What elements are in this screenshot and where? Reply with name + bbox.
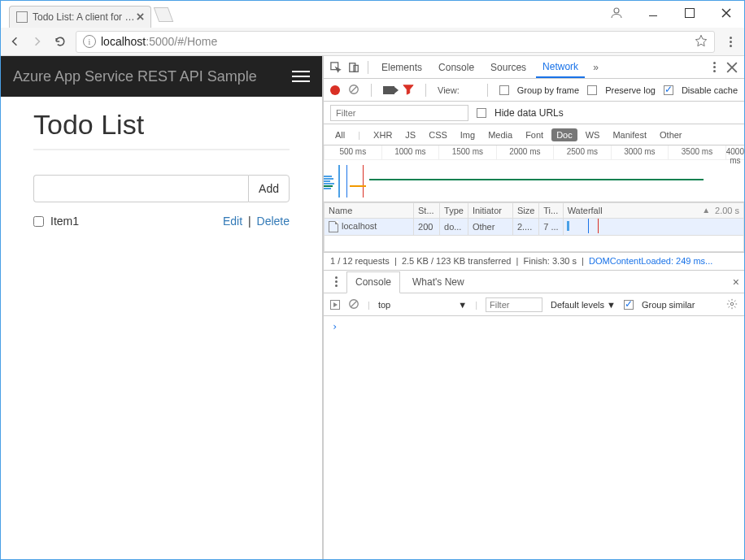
screenshot-icon[interactable] bbox=[383, 86, 394, 94]
type-ws[interactable]: WS bbox=[581, 128, 605, 141]
type-other[interactable]: Other bbox=[655, 128, 687, 141]
tab-elements[interactable]: Elements bbox=[375, 56, 429, 78]
record-button[interactable] bbox=[330, 85, 340, 95]
network-overview[interactable]: 500 ms 1000 ms 1500 ms 2000 ms 2500 ms 3… bbox=[324, 145, 744, 202]
console-filter-input[interactable] bbox=[486, 297, 542, 312]
browser-toolbar: i localhost:5000/#/Home bbox=[1, 28, 744, 56]
overview-request-bar bbox=[338, 165, 340, 198]
site-info-icon[interactable]: i bbox=[83, 35, 96, 48]
type-media[interactable]: Media bbox=[483, 128, 517, 141]
disable-cache-checkbox[interactable] bbox=[664, 85, 673, 95]
new-todo-input[interactable] bbox=[33, 175, 248, 202]
network-request-table: Name St... Type Initiator Size Ti... Wat… bbox=[324, 202, 744, 253]
drawer-menu-button[interactable] bbox=[329, 276, 343, 287]
back-button[interactable] bbox=[7, 34, 22, 49]
col-size[interactable]: Size bbox=[512, 203, 538, 219]
drawer-close-icon[interactable]: × bbox=[733, 276, 739, 289]
col-time[interactable]: Ti... bbox=[539, 203, 563, 219]
device-toolbar-icon[interactable] bbox=[346, 60, 361, 75]
svg-point-12 bbox=[730, 302, 734, 306]
col-status[interactable]: St... bbox=[414, 203, 440, 219]
console-settings-icon[interactable] bbox=[726, 298, 738, 311]
close-tab-icon[interactable] bbox=[137, 11, 144, 23]
drawer-tab-console[interactable]: Console bbox=[346, 271, 400, 293]
view-label: View: bbox=[438, 85, 460, 95]
app-navbar: Azure App Service REST API Sample bbox=[1, 56, 322, 97]
drawer-tabbar: Console What's New × bbox=[324, 271, 744, 293]
group-similar-label: Group similar bbox=[642, 300, 695, 310]
inspect-element-icon[interactable] bbox=[329, 60, 343, 75]
request-type-filter: All | XHR JS CSS Img Media Font Doc WS M… bbox=[324, 124, 744, 145]
page-viewport: Azure App Service REST API Sample Todo L… bbox=[1, 56, 322, 559]
chrome-profile-icon[interactable] bbox=[598, 1, 634, 25]
context-selector[interactable]: top ▼ bbox=[378, 300, 467, 310]
forward-button[interactable] bbox=[30, 34, 45, 49]
browser-tab[interactable]: Todo List: A client for sample bbox=[9, 6, 151, 28]
type-doc[interactable]: Doc bbox=[551, 128, 577, 141]
type-xhr[interactable]: XHR bbox=[368, 128, 397, 141]
chrome-menu-button[interactable] bbox=[723, 37, 738, 47]
log-levels-selector[interactable]: Default levels ▼ bbox=[551, 300, 616, 310]
group-similar-checkbox[interactable] bbox=[624, 300, 634, 310]
preserve-log-label: Preserve log bbox=[605, 85, 656, 95]
group-by-frame-label: Group by frame bbox=[517, 85, 579, 95]
more-tabs-icon[interactable]: » bbox=[593, 62, 599, 73]
new-tab-button[interactable] bbox=[156, 7, 174, 25]
tab-network[interactable]: Network bbox=[536, 56, 585, 78]
dcl-marker bbox=[346, 165, 347, 198]
tab-sources[interactable]: Sources bbox=[484, 56, 533, 78]
page-icon bbox=[16, 11, 28, 23]
preserve-log-checkbox[interactable] bbox=[587, 85, 597, 95]
reload-button[interactable] bbox=[53, 34, 68, 49]
add-button[interactable]: Add bbox=[248, 175, 290, 202]
hide-data-urls-checkbox[interactable] bbox=[477, 108, 486, 118]
delete-link[interactable]: Delete bbox=[257, 215, 290, 228]
request-row[interactable]: localhost 200 do... Other 2.... 7 ... bbox=[325, 219, 744, 236]
type-img[interactable]: Img bbox=[455, 128, 480, 141]
address-bar[interactable]: i localhost:5000/#/Home bbox=[76, 31, 715, 53]
clear-button[interactable] bbox=[348, 84, 359, 97]
col-waterfall[interactable]: Waterfall 2.00 s ▲ bbox=[563, 203, 743, 219]
edit-link[interactable]: Edit bbox=[223, 215, 242, 228]
execution-context-icon[interactable] bbox=[330, 300, 340, 310]
type-css[interactable]: CSS bbox=[424, 128, 452, 141]
network-toolbar: View: Group by frame Preserve log Disabl… bbox=[324, 79, 744, 102]
app-brand: Azure App Service REST API Sample bbox=[13, 68, 257, 85]
console-input[interactable] bbox=[324, 316, 744, 559]
svg-rect-2 bbox=[350, 63, 355, 72]
col-initiator[interactable]: Initiator bbox=[468, 203, 512, 219]
console-toolbar: | top ▼ | Default levels ▼ Group similar bbox=[324, 293, 744, 316]
drawer-tab-whatsnew[interactable]: What's New bbox=[403, 271, 473, 293]
bookmark-star-icon[interactable] bbox=[695, 34, 708, 50]
window-close-button[interactable] bbox=[708, 1, 744, 25]
console-clear-button[interactable] bbox=[348, 298, 359, 311]
devtools-panel: Elements Console Sources Network » View:… bbox=[322, 56, 744, 559]
todo-item: Item1 Edit | Delete bbox=[33, 215, 290, 228]
hide-data-urls-label: Hide data URLs bbox=[494, 107, 564, 119]
type-all[interactable]: All bbox=[330, 128, 350, 141]
tab-title: Todo List: A client for sample bbox=[33, 11, 137, 23]
col-type[interactable]: Type bbox=[440, 203, 468, 219]
filter-toggle-icon[interactable] bbox=[403, 84, 414, 97]
svg-point-0 bbox=[614, 8, 619, 13]
type-js[interactable]: JS bbox=[400, 128, 420, 141]
overview-minimap bbox=[324, 175, 335, 215]
divider bbox=[33, 149, 290, 150]
todo-checkbox[interactable] bbox=[33, 216, 44, 227]
tab-console[interactable]: Console bbox=[432, 56, 481, 78]
overview-script-bar bbox=[350, 185, 366, 187]
overview-idle-bar bbox=[369, 179, 704, 180]
window-minimize-button[interactable] bbox=[634, 1, 671, 25]
network-filter-input[interactable] bbox=[330, 105, 468, 121]
disable-cache-label: Disable cache bbox=[682, 85, 738, 95]
devtools-close-icon[interactable] bbox=[725, 60, 739, 75]
devtools-menu-button[interactable] bbox=[707, 62, 721, 72]
group-by-frame-checkbox[interactable] bbox=[499, 85, 509, 95]
col-name[interactable]: Name bbox=[325, 203, 414, 219]
type-font[interactable]: Font bbox=[521, 128, 548, 141]
window-maximize-button[interactable] bbox=[671, 1, 708, 25]
type-manifest[interactable]: Manifest bbox=[608, 128, 651, 141]
page-title: Todo List bbox=[33, 109, 290, 141]
navbar-toggle-button[interactable] bbox=[292, 67, 310, 85]
load-marker bbox=[363, 165, 364, 198]
